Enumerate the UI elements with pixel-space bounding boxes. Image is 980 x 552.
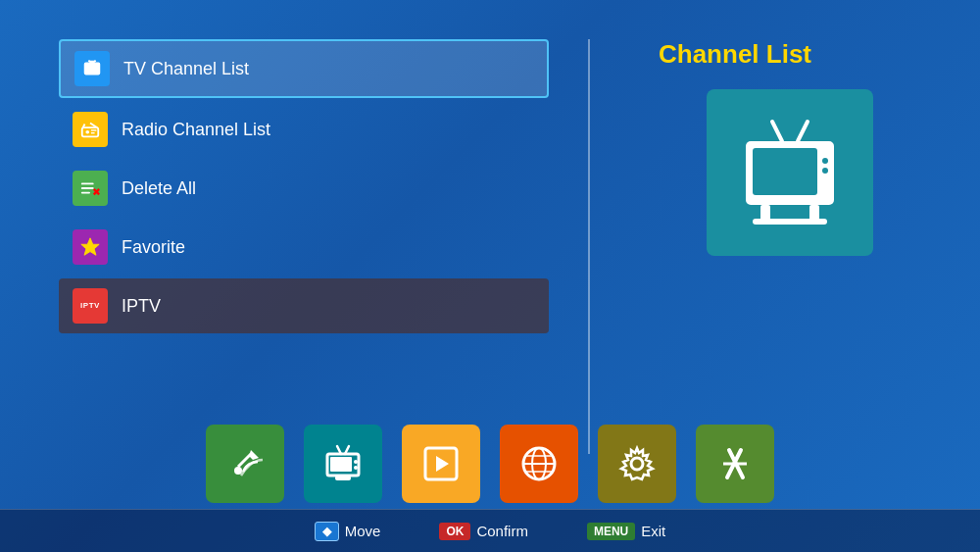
bottom-toolbar bbox=[0, 425, 980, 503]
menu-item-iptv[interactable]: IPTV IPTV bbox=[59, 278, 549, 333]
svg-point-23 bbox=[822, 168, 828, 174]
svg-point-22 bbox=[822, 158, 828, 164]
toolbar-btn-tools[interactable] bbox=[696, 425, 774, 503]
svg-marker-17 bbox=[81, 238, 99, 255]
menu-item-radio-channel-list[interactable]: Radio Channel List bbox=[59, 102, 549, 157]
svg-point-27 bbox=[234, 467, 242, 475]
menu-item-tv-channel-list[interactable]: TV Channel List bbox=[59, 39, 549, 98]
svg-rect-13 bbox=[81, 187, 94, 189]
menu-panel: TV Channel List Radio Channel List bbox=[59, 39, 549, 454]
toolbar-btn-settings[interactable] bbox=[598, 425, 676, 503]
svg-line-18 bbox=[772, 122, 782, 141]
svg-rect-14 bbox=[81, 192, 90, 194]
nav-item-exit: MENU Exit bbox=[587, 523, 665, 540]
menu-label-iptv: IPTV bbox=[122, 296, 161, 317]
nav-item-confirm: OK Confirm bbox=[439, 523, 528, 540]
toolbar-btn-globe[interactable] bbox=[500, 425, 578, 503]
svg-rect-32 bbox=[330, 457, 352, 472]
svg-rect-21 bbox=[753, 148, 817, 195]
svg-rect-5 bbox=[97, 70, 98, 71]
menu-label-radio-channel-list: Radio Channel List bbox=[122, 120, 270, 140]
svg-rect-25 bbox=[809, 205, 819, 221]
nav-item-move: ◆ Move bbox=[315, 522, 381, 541]
move-badge: ◆ bbox=[315, 522, 339, 541]
delete-all-icon bbox=[73, 171, 108, 206]
toolbar-btn-satellite[interactable] bbox=[206, 425, 284, 503]
svg-rect-35 bbox=[335, 476, 351, 480]
svg-point-9 bbox=[85, 130, 89, 134]
menu-label-favorite: Favorite bbox=[122, 237, 185, 258]
iptv-icon: IPTV bbox=[73, 288, 108, 324]
svg-rect-26 bbox=[753, 219, 827, 225]
svg-rect-24 bbox=[760, 205, 770, 221]
tv-icon-box bbox=[707, 89, 873, 256]
svg-rect-3 bbox=[87, 65, 96, 71]
exit-badge: MENU bbox=[587, 523, 635, 540]
radio-channel-icon bbox=[73, 112, 108, 147]
exit-label: Exit bbox=[641, 523, 665, 539]
move-label: Move bbox=[345, 523, 381, 539]
svg-point-34 bbox=[354, 466, 358, 470]
tv-illustration bbox=[731, 114, 849, 231]
svg-line-19 bbox=[798, 122, 808, 141]
favorite-icon bbox=[73, 229, 108, 265]
menu-label-tv-channel-list: TV Channel List bbox=[123, 59, 249, 79]
toolbar-btn-media[interactable] bbox=[402, 425, 480, 503]
confirm-label: Confirm bbox=[476, 523, 528, 539]
tv-channel-icon bbox=[74, 51, 110, 86]
svg-point-33 bbox=[354, 460, 358, 464]
svg-marker-37 bbox=[436, 456, 449, 472]
confirm-badge: OK bbox=[439, 523, 470, 540]
svg-rect-6 bbox=[82, 127, 99, 136]
menu-item-favorite[interactable]: Favorite bbox=[59, 220, 549, 275]
menu-item-delete-all[interactable]: Delete All bbox=[59, 161, 549, 216]
svg-point-43 bbox=[631, 458, 643, 470]
panel-divider bbox=[588, 39, 590, 454]
right-panel: Channel List bbox=[629, 39, 921, 454]
bottom-nav: ◆ Move OK Confirm MENU Exit bbox=[0, 509, 980, 552]
svg-rect-4 bbox=[97, 67, 98, 69]
svg-rect-12 bbox=[81, 183, 94, 185]
panel-title: Channel List bbox=[659, 39, 811, 70]
menu-label-delete-all: Delete All bbox=[122, 178, 196, 199]
toolbar-btn-tv[interactable] bbox=[304, 425, 382, 503]
